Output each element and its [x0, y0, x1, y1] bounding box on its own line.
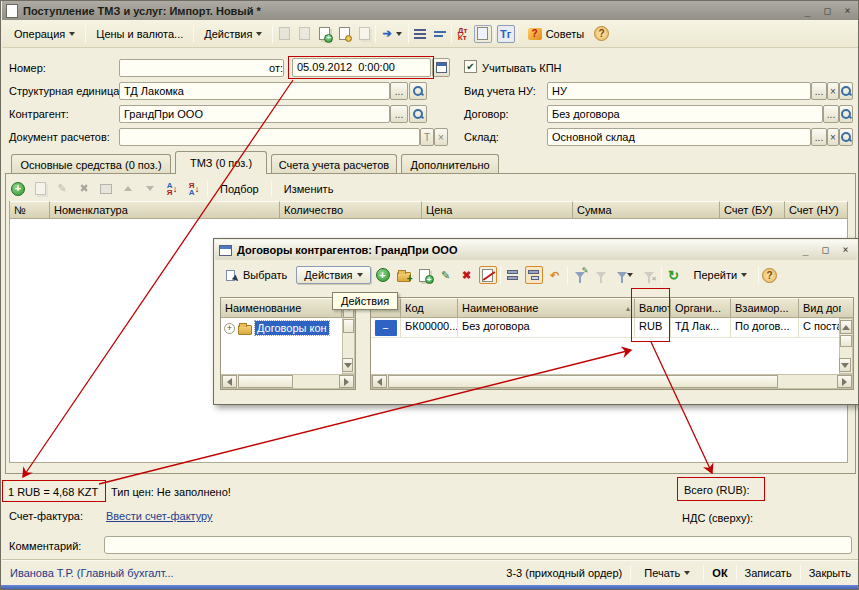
dialog-mark-deletion-icon[interactable] — [479, 266, 497, 284]
dialog-add-icon[interactable]: + — [374, 266, 392, 284]
movements-report-icon[interactable] — [355, 25, 373, 43]
refresh-icon[interactable]: ↻ — [665, 266, 683, 284]
unpost-document-icon[interactable] — [295, 25, 313, 43]
list-header-mutual[interactable]: Взаимор... — [731, 298, 799, 318]
date-input[interactable]: 05.09.2012 0:00:00 — [292, 58, 431, 77]
totals-icon[interactable] — [97, 180, 115, 198]
delete-row-icon[interactable]: ✖ — [75, 180, 93, 198]
report-icon[interactable] — [474, 25, 492, 43]
column-header-account-nu[interactable]: Счет (НУ) — [785, 201, 848, 219]
dialog-help-icon[interactable]: ? — [762, 268, 777, 283]
copy-new-icon[interactable]: + — [315, 25, 333, 43]
tree-row-contracts[interactable]: + Договоры кон — [221, 318, 342, 338]
contract-ellipsis-button[interactable]: ... — [823, 105, 839, 123]
column-header-nomenclature[interactable]: Номенклатура — [50, 201, 280, 219]
contractor-ellipsis-button[interactable]: ... — [390, 105, 408, 123]
tab-settlement-accounts[interactable]: Счета учета расчетов — [271, 154, 397, 174]
clear-filter-icon[interactable]: × — [640, 266, 658, 284]
warehouse-clear-button[interactable]: × — [827, 128, 839, 146]
filter-icon[interactable] — [592, 266, 610, 284]
tab-tmz[interactable]: ТМЗ (0 поз.) — [175, 151, 267, 174]
post-with-movements-icon[interactable] — [335, 25, 353, 43]
maximize-button[interactable]: □ — [820, 4, 835, 17]
column-header-quantity[interactable]: Количество — [280, 201, 422, 219]
print-button[interactable]: Печать — [639, 564, 695, 582]
comment-input[interactable] — [104, 536, 852, 554]
account-type-clear-button[interactable]: × — [827, 82, 839, 100]
change-button[interactable]: Изменить — [276, 180, 342, 198]
move-up-icon[interactable] — [119, 180, 137, 198]
number-input[interactable] — [119, 59, 284, 77]
list-row-contract[interactable]: − БК00000... Без договора RUB ТД Лак... … — [371, 318, 853, 338]
add-row-icon[interactable]: + — [9, 180, 27, 198]
settlement-doc-clear-button[interactable]: × — [434, 128, 448, 146]
dialog-maximize-button[interactable]: □ — [818, 244, 833, 257]
dialog-copy-icon[interactable]: + — [416, 266, 434, 284]
save-button[interactable]: Записать — [745, 567, 792, 579]
help-icon[interactable]: ? — [594, 26, 609, 41]
hierarchy-list-icon[interactable] — [504, 266, 522, 284]
warehouse-open-button[interactable] — [839, 128, 853, 146]
checklist-icon[interactable] — [431, 25, 449, 43]
list-header-currency[interactable]: Валюта — [635, 298, 671, 318]
filter-settings-icon[interactable]: ✎ — [571, 266, 589, 284]
goto-menu-button[interactable]: Перейти — [686, 266, 756, 284]
sort-desc-icon[interactable]: ЯА ↓ — [185, 180, 203, 198]
close-button[interactable]: × — [840, 4, 855, 17]
warehouse-ellipsis-button[interactable]: ... — [811, 128, 827, 146]
close-form-button[interactable]: Закрыть — [809, 567, 851, 579]
tab-additional[interactable]: Дополнительно — [401, 154, 499, 174]
totals-toggle-icon[interactable]: Тг — [497, 25, 515, 43]
ok-button[interactable]: ОК — [712, 567, 727, 579]
list-settings-icon[interactable] — [411, 25, 429, 43]
structural-unit-open-button[interactable] — [409, 82, 427, 100]
kpn-checkbox[interactable]: ✔ — [464, 60, 477, 73]
pick-button[interactable]: Подбор — [212, 180, 267, 198]
dialog-close-button[interactable]: × — [838, 244, 853, 257]
hierarchy-tree-icon[interactable] — [525, 266, 543, 284]
contract-open-button[interactable] — [839, 105, 853, 123]
tree-horizontal-scrollbar[interactable] — [221, 374, 355, 389]
dialog-edit-icon[interactable]: ✎ — [437, 266, 455, 284]
dialog-minimize-button[interactable]: _ — [798, 244, 813, 257]
sort-asc-icon[interactable]: АЯ ↓ — [163, 180, 181, 198]
account-type-open-button[interactable] — [839, 82, 853, 100]
copy-row-icon[interactable] — [31, 180, 49, 198]
calendar-button[interactable] — [432, 58, 450, 77]
contractor-open-button[interactable] — [409, 105, 427, 123]
account-type-input[interactable]: НУ — [547, 82, 811, 100]
move-down-icon[interactable] — [141, 180, 159, 198]
column-header-sum[interactable]: Сумма — [573, 201, 720, 219]
column-header-price[interactable]: Цена — [422, 201, 573, 219]
structural-unit-input[interactable]: ТД Лакомка — [119, 82, 390, 100]
contractor-input[interactable]: ГрандПри ООО — [119, 105, 390, 123]
move-item-icon[interactable]: ↶ — [546, 266, 564, 284]
tree-header-name[interactable]: Наименование — [221, 298, 342, 318]
column-header-account-bu[interactable]: Счет (БУ) — [720, 201, 785, 219]
settlement-doc-input[interactable] — [119, 128, 420, 146]
contract-input[interactable]: Без договора — [547, 105, 823, 123]
warehouse-input[interactable]: Основной склад — [547, 128, 811, 146]
settlement-doc-type-button[interactable]: T — [420, 128, 434, 146]
go-to-related-icon[interactable]: ➔ — [378, 24, 405, 43]
actions-menu-button[interactable]: Действия — [196, 25, 270, 43]
structural-unit-ellipsis-button[interactable]: ... — [390, 82, 408, 100]
filter-by-value-icon[interactable] — [613, 266, 637, 284]
minimize-button[interactable]: _ — [800, 4, 815, 17]
enter-invoice-link[interactable]: Ввести счет-фактуру — [106, 510, 213, 522]
expand-icon[interactable]: + — [224, 323, 235, 334]
tips-button[interactable]: ? Советы — [520, 25, 592, 43]
prices-currency-button[interactable]: Цены и валюта... — [88, 25, 191, 43]
list-header-name[interactable]: Наименование ▴ — [458, 298, 635, 318]
list-vertical-scrollbar[interactable] — [839, 318, 853, 374]
edit-row-icon[interactable]: ✎ — [53, 180, 71, 198]
dt-kt-accounting-icon[interactable]: ДтКт — [454, 25, 472, 43]
post-document-icon[interactable] — [275, 25, 293, 43]
dialog-actions-button[interactable]: Действия — [296, 266, 370, 284]
list-header-kind[interactable]: Вид дог — [799, 298, 841, 318]
dialog-add-group-icon[interactable]: + — [395, 266, 413, 284]
list-horizontal-scrollbar[interactable] — [371, 374, 853, 389]
list-header-code[interactable]: Код — [401, 298, 458, 318]
tab-fixed-assets[interactable]: Основные средства (0 поз.) — [11, 154, 171, 174]
account-type-ellipsis-button[interactable]: ... — [811, 82, 827, 100]
